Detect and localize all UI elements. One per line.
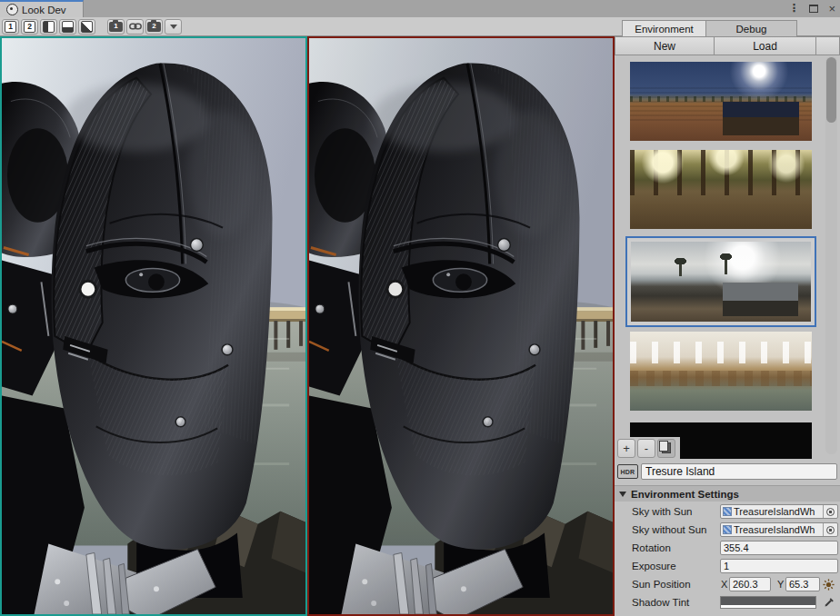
row-sky-without-sun: Sky without Sun TreasureIslandWh bbox=[615, 521, 840, 539]
link-cameras-button[interactable] bbox=[126, 19, 144, 35]
y-axis-label: Y bbox=[777, 579, 784, 590]
split-diagonal-button[interactable] bbox=[78, 19, 95, 35]
duplicate-icon bbox=[662, 442, 671, 453]
render-view-1[interactable] bbox=[0, 36, 307, 616]
look-dev-window: Look Dev ⋮ × 1 2 1 2 Environment Debug bbox=[0, 0, 840, 616]
actions-stub bbox=[816, 36, 840, 55]
sun-position-label: Sun Position bbox=[632, 579, 691, 590]
load-button[interactable]: Load bbox=[715, 36, 816, 55]
tab-environment[interactable]: Environment bbox=[622, 20, 706, 36]
new-button[interactable]: New bbox=[615, 36, 715, 55]
sky-without-sun-label: Sky without Sun bbox=[632, 524, 706, 535]
x-axis-label: X bbox=[721, 579, 727, 590]
split-horizontal-button[interactable] bbox=[59, 19, 76, 35]
shadow-inset bbox=[723, 102, 799, 135]
foldout-arrow-icon bbox=[619, 492, 626, 497]
hdr-name-row: HDR bbox=[617, 462, 837, 481]
sky-with-sun-object-field[interactable]: TreasureIslandWh bbox=[720, 504, 838, 519]
hdr-name-input[interactable] bbox=[641, 463, 837, 480]
texture-icon bbox=[723, 525, 732, 534]
sun-y-input[interactable] bbox=[785, 577, 820, 591]
eye-icon bbox=[6, 4, 18, 15]
split-horizontal-icon bbox=[62, 21, 74, 33]
render-view-2[interactable] bbox=[307, 36, 615, 616]
link-icon bbox=[129, 22, 142, 31]
rotation-label: Rotation bbox=[632, 542, 671, 553]
hdri-list bbox=[615, 55, 825, 459]
split-vertical-icon bbox=[43, 21, 55, 33]
sky-without-sun-object-field[interactable]: TreasureIslandWh bbox=[720, 522, 838, 537]
maximize-icon[interactable] bbox=[809, 5, 818, 13]
shadow-tint-color-swatch[interactable] bbox=[720, 596, 816, 609]
duplicate-hdri-button[interactable] bbox=[657, 439, 675, 458]
eyedropper-button[interactable] bbox=[821, 595, 836, 610]
split-diagonal-icon bbox=[81, 21, 93, 33]
hdri-thumbnail-church[interactable] bbox=[630, 332, 812, 411]
remove-hdri-button[interactable]: - bbox=[637, 439, 655, 458]
close-icon[interactable]: × bbox=[828, 3, 835, 15]
exposure-label: Exposure bbox=[632, 561, 676, 571]
rotation-input[interactable] bbox=[720, 541, 838, 555]
split-vertical-button[interactable] bbox=[40, 19, 57, 35]
sky-with-sun-value: TreasureIslandWh bbox=[734, 506, 821, 517]
hdri-selection-frame bbox=[625, 236, 816, 327]
eyedropper-icon bbox=[824, 597, 835, 608]
texture-icon bbox=[723, 507, 732, 516]
palm-tree bbox=[725, 258, 727, 274]
hdri-thumbnail-savanna[interactable] bbox=[630, 62, 812, 141]
window-title: Look Dev bbox=[22, 5, 66, 15]
lookdev-toolbar: 1 2 1 2 bbox=[0, 17, 615, 36]
sun-picker-button[interactable] bbox=[821, 577, 836, 591]
tab-debug[interactable]: Debug bbox=[705, 20, 797, 36]
row-shadow-tint: Shadow Tint bbox=[615, 593, 840, 611]
add-hdri-button[interactable]: + bbox=[617, 439, 635, 458]
hdri-list-toolbar: + - bbox=[616, 437, 680, 459]
scrollbar-thumb[interactable] bbox=[826, 57, 836, 123]
window-menu-icon[interactable]: ⋮ bbox=[788, 3, 799, 14]
sun-icon bbox=[823, 579, 835, 591]
row-rotation: Rotation bbox=[615, 539, 840, 557]
camera-2-button[interactable]: 2 bbox=[145, 19, 163, 35]
look-dev-tab[interactable]: Look Dev bbox=[0, 0, 84, 17]
single-view-1-button[interactable]: 1 bbox=[2, 19, 19, 35]
chevron-down-icon bbox=[170, 25, 177, 29]
shadow-tint-label: Shadow Tint bbox=[632, 597, 689, 608]
exposure-input[interactable] bbox=[720, 559, 838, 573]
sky-with-sun-label: Sky with Sun bbox=[632, 506, 692, 517]
hdri-thumbnail-forest[interactable] bbox=[630, 150, 812, 229]
palm-tree bbox=[679, 263, 682, 276]
sun-x-input[interactable] bbox=[729, 577, 771, 591]
object-picker-icon[interactable] bbox=[823, 505, 837, 518]
camera-1-icon: 1 bbox=[109, 22, 123, 32]
camera-2-icon: 2 bbox=[147, 22, 161, 32]
shadow-inset bbox=[723, 283, 798, 316]
camera-dropdown-button[interactable] bbox=[165, 19, 182, 35]
list-scrollbar[interactable] bbox=[825, 56, 837, 454]
object-picker-icon[interactable] bbox=[823, 523, 837, 536]
row-exposure: Exposure bbox=[615, 557, 840, 575]
hdr-badge-icon: HDR bbox=[617, 464, 638, 479]
row-sun-position: Sun Position X Y bbox=[615, 575, 840, 593]
environment-actions: New Load bbox=[615, 36, 840, 55]
panel-tab-strip: Environment Debug bbox=[615, 17, 840, 36]
hdri-thumbnail-treasure-island[interactable] bbox=[631, 242, 811, 322]
lookdev-viewport bbox=[0, 36, 615, 616]
sky-without-sun-value: TreasureIslandWh bbox=[734, 524, 821, 535]
settings-title: Environment Settings bbox=[631, 489, 739, 500]
camera-1-button[interactable]: 1 bbox=[107, 19, 125, 35]
single-view-2-button[interactable]: 2 bbox=[21, 19, 38, 35]
title-bar: Look Dev ⋮ × bbox=[0, 0, 840, 17]
view1-chip: 1 bbox=[5, 21, 16, 33]
row-sky-with-sun: Sky with Sun TreasureIslandWh bbox=[615, 502, 840, 521]
view2-chip: 2 bbox=[24, 21, 35, 33]
environment-settings-header[interactable]: Environment Settings bbox=[615, 485, 840, 502]
